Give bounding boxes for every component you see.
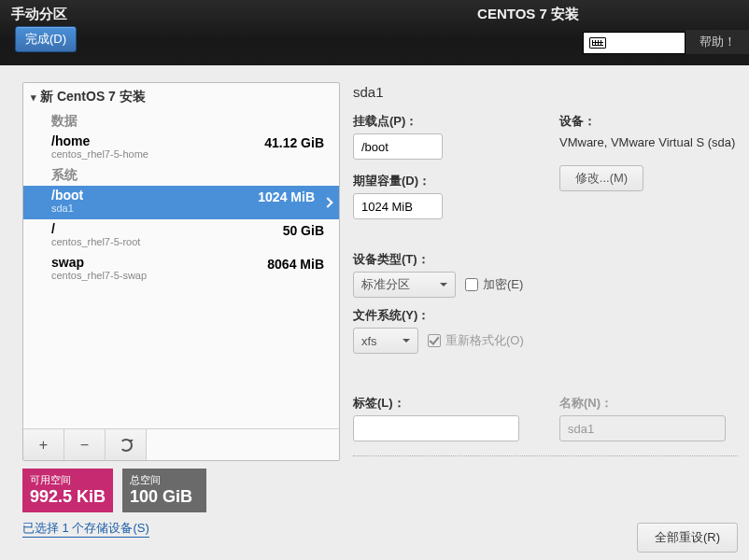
done-button[interactable]: 完成(D) <box>15 26 77 52</box>
devices-label: 设备： <box>559 113 738 130</box>
device-type-value: 标准分区 <box>361 276 410 293</box>
add-partition-button[interactable]: + <box>23 429 64 460</box>
partition-size: 8064 MiB <box>267 257 324 272</box>
group-data-label: 数据 <box>23 111 339 132</box>
partition-row-home[interactable]: /home centos_rhel7-5-home 41.12 GiB <box>23 132 339 165</box>
device-type-label: 设备类型(T)： <box>353 251 738 268</box>
remove-partition-button[interactable]: − <box>64 429 106 460</box>
chevron-down-icon <box>440 283 447 290</box>
group-system-label: 系统 <box>23 165 339 186</box>
chevron-down-icon <box>403 339 410 346</box>
partition-size: 50 GiB <box>283 223 324 238</box>
partition-size: 1024 MiB <box>258 189 315 204</box>
partition-row-root[interactable]: / centos_rhel7-5-root 50 GiB <box>23 219 339 253</box>
top-header: 手动分区 完成(D) CENTOS 7 安装 cn 帮助！ <box>0 0 749 65</box>
filesystem-value: xfs <box>361 334 377 348</box>
device-type-select[interactable]: 标准分区 <box>353 272 456 298</box>
horizontal-divider <box>353 455 738 456</box>
keyboard-layout-text: cn <box>615 35 629 49</box>
devices-value: VMware, VMware Virtual S (sda) <box>559 133 738 152</box>
help-button[interactable]: 帮助！ <box>685 30 749 54</box>
checkbox-checked-icon <box>428 334 441 347</box>
modify-devices-button[interactable]: 修改...(M) <box>559 165 643 191</box>
page-title: 手动分区 <box>11 6 67 23</box>
partition-row-swap[interactable]: swap centos_rhel7-5-swap 8064 MiB <box>23 253 339 287</box>
details-title: sda1 <box>353 84 738 100</box>
keyboard-indicator[interactable]: cn <box>583 32 685 54</box>
partition-size: 41.12 GiB <box>264 135 324 150</box>
available-space-card: 可用空间 992.5 KiB <box>22 469 113 512</box>
partition-list-panel: 新 CentOS 7 安装 数据 /home centos_rhel7-5-ho… <box>22 82 340 538</box>
mount-point-label: 挂载点(P)： <box>353 113 531 130</box>
filesystem-label: 文件系统(Y)： <box>353 307 738 324</box>
reload-icon <box>120 439 133 452</box>
storage-selected-link[interactable]: 已选择 1 个存储设备(S) <box>22 520 149 538</box>
reset-all-button[interactable]: 全部重设(R) <box>637 523 738 553</box>
reformat-checkbox: 重新格式化(O) <box>428 332 524 349</box>
available-space-label: 可用空间 <box>30 473 106 487</box>
partition-row-boot[interactable]: /boot sda1 1024 MiB <box>23 186 339 219</box>
install-expand-header[interactable]: 新 CentOS 7 安装 <box>23 83 339 111</box>
total-space-label: 总空间 <box>130 473 199 487</box>
total-space-value: 100 GiB <box>130 487 199 507</box>
volume-label-label: 标签(L)： <box>353 395 531 412</box>
available-space-value: 992.5 KiB <box>30 487 106 507</box>
installer-title: CENTOS 7 安装 <box>477 6 579 23</box>
partition-details-panel: sda1 挂载点(P)： 期望容量(D)： 设备： VMware, VMware… <box>353 84 738 441</box>
total-space-card: 总空间 100 GiB <box>122 469 206 512</box>
encrypt-checkbox[interactable]: 加密(E) <box>465 276 523 293</box>
volume-label-input[interactable] <box>353 415 519 441</box>
mount-point-input[interactable] <box>353 133 443 160</box>
filesystem-select[interactable]: xfs <box>353 328 418 354</box>
keyboard-icon <box>589 37 606 49</box>
partition-toolbar: + − <box>23 428 339 460</box>
capacity-input[interactable] <box>353 193 443 219</box>
reload-partition-button[interactable] <box>106 429 147 460</box>
name-input <box>559 415 726 441</box>
name-label: 名称(N)： <box>559 395 738 412</box>
capacity-label: 期望容量(D)： <box>353 173 531 189</box>
